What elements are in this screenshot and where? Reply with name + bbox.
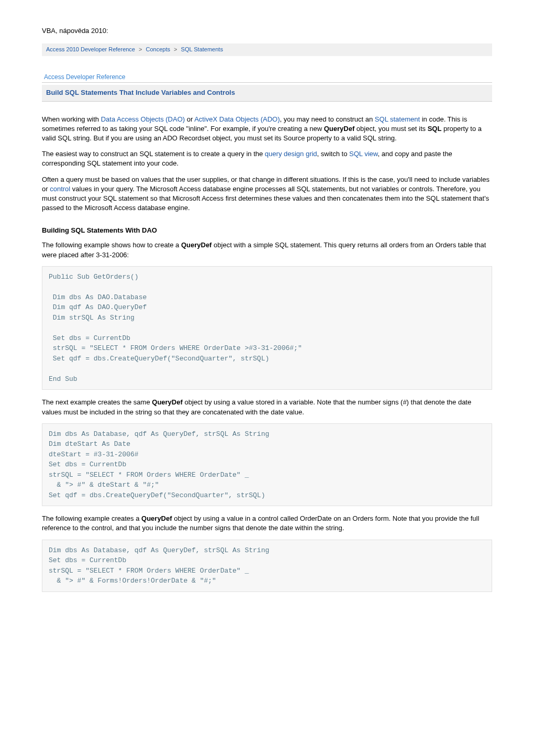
text: The next example creates the same xyxy=(42,398,152,406)
text: The following example creates a xyxy=(42,514,141,522)
code-block-1: Public Sub GetOrders() Dim dbs As DAO.Da… xyxy=(42,266,492,390)
breadcrumb-sep: > xyxy=(174,46,177,52)
text: object, you must set its xyxy=(354,125,427,133)
text: The following example shows how to creat… xyxy=(42,241,181,249)
breadcrumb-sep: > xyxy=(139,46,142,52)
link-dao[interactable]: Data Access Objects (DAO) xyxy=(101,115,185,123)
code-block-2: Dim dbs As Database, qdf As QueryDef, st… xyxy=(42,423,492,507)
bold-querydef: QueryDef xyxy=(181,241,212,249)
code-block-3: Dim dbs As Database, qdf As QueryDef, st… xyxy=(42,540,492,592)
intro-paragraph-3: Often a query must be based on values th… xyxy=(42,175,492,213)
dao-paragraph-3: The following example creates a QueryDef… xyxy=(42,514,492,533)
text: values in your query. The Microsoft Acce… xyxy=(42,185,489,212)
text: The easiest way to construct an SQL stat… xyxy=(42,150,265,158)
link-query-grid[interactable]: query design grid xyxy=(265,150,317,158)
breadcrumb: Access 2010 Developer Reference > Concep… xyxy=(42,43,492,56)
bold-querydef: QueryDef xyxy=(141,514,172,522)
intro-paragraph-1: When working with Data Access Objects (D… xyxy=(42,115,492,144)
bold-querydef: QueryDef xyxy=(324,125,355,133)
topic-title: Build SQL Statements That Include Variab… xyxy=(46,89,235,96)
text: , switch to xyxy=(317,150,349,158)
intro-paragraph-2: The easiest way to construct an SQL stat… xyxy=(42,149,492,168)
link-sql-statement[interactable]: SQL statement xyxy=(375,115,420,123)
bold-querydef: QueryDef xyxy=(152,398,183,406)
link-ado[interactable]: ActiveX Data Objects (ADO) xyxy=(194,115,280,123)
bold-sql: SQL xyxy=(428,125,442,133)
breadcrumb-item-2[interactable]: Concepts xyxy=(146,46,170,52)
link-sql-view[interactable]: SQL view xyxy=(349,150,377,158)
text: , you may need to construct an xyxy=(280,115,374,123)
breadcrumb-item-3[interactable]: SQL Statements xyxy=(181,46,223,52)
reference-label: Access Developer Reference xyxy=(42,72,492,83)
text: When working with xyxy=(42,115,101,123)
section-head-dao: Building SQL Statements With DAO xyxy=(42,226,492,235)
dao-paragraph-1: The following example shows how to creat… xyxy=(42,240,492,259)
text: or xyxy=(185,115,194,123)
breadcrumb-item-1[interactable]: Access 2010 Developer Reference xyxy=(46,46,135,52)
link-control[interactable]: control xyxy=(50,185,70,193)
topic-title-bar: Build SQL Statements That Include Variab… xyxy=(42,85,492,101)
page-heading: VBA, nápověda 2010: xyxy=(42,26,492,36)
dao-paragraph-2: The next example creates the same QueryD… xyxy=(42,398,492,417)
